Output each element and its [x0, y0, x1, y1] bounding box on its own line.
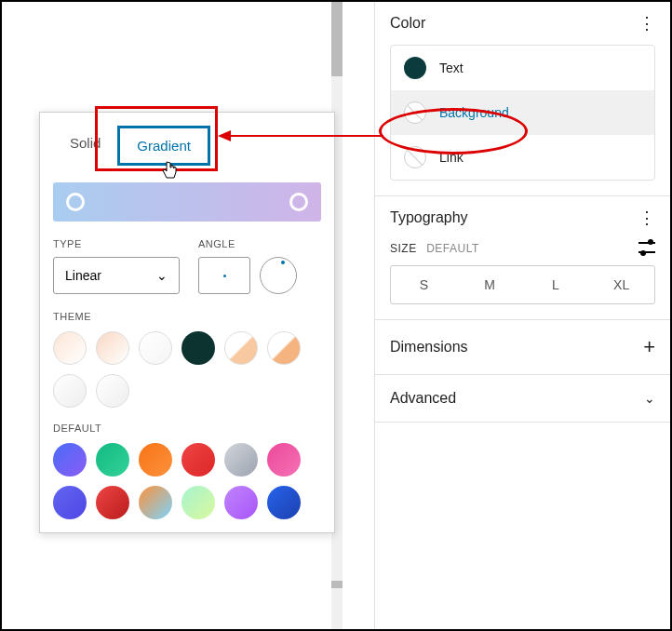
- size-button-group: S M L XL: [390, 265, 655, 304]
- color-options-icon[interactable]: ⋮: [638, 15, 655, 32]
- theme-swatch-3[interactable]: [139, 331, 172, 365]
- color-picker-popover: Solid Gradient TYPE Linear ⌄ ANGLE THEME: [39, 112, 335, 533]
- angle-dial[interactable]: [260, 257, 297, 294]
- dimensions-title: Dimensions: [390, 339, 468, 356]
- color-row-background[interactable]: Background: [391, 90, 654, 135]
- size-xl-button[interactable]: XL: [588, 266, 654, 303]
- gradient-preview-bar[interactable]: [53, 182, 321, 222]
- theme-swatch-6[interactable]: [267, 331, 301, 365]
- text-color-swatch: [404, 57, 426, 79]
- size-label: SIZE DEFAULT: [390, 239, 479, 256]
- default-swatch-grid: [53, 443, 321, 519]
- size-m-button[interactable]: M: [457, 266, 523, 303]
- typography-options-icon[interactable]: ⋮: [638, 209, 655, 226]
- default-swatch-8[interactable]: [96, 486, 129, 519]
- default-swatch-6[interactable]: [267, 443, 301, 477]
- plus-icon: +: [643, 335, 655, 359]
- default-swatch-7[interactable]: [53, 486, 87, 519]
- color-list: Text Background Link: [390, 45, 655, 181]
- default-swatch-2[interactable]: [96, 443, 129, 477]
- color-section-title: Color: [390, 15, 425, 32]
- gradient-handle-start[interactable]: [66, 193, 85, 211]
- color-row-text[interactable]: Text: [391, 46, 654, 90]
- gradient-type-value: Linear: [65, 268, 101, 283]
- default-swatch-9[interactable]: [139, 486, 172, 519]
- theme-swatch-1[interactable]: [53, 331, 87, 365]
- theme-swatch-2[interactable]: [96, 331, 129, 365]
- theme-swatch-grid: [53, 331, 321, 408]
- size-s-button[interactable]: S: [391, 266, 457, 303]
- typography-section-title: Typography: [390, 209, 468, 226]
- advanced-title: Advanced: [390, 390, 456, 407]
- tab-solid[interactable]: Solid: [53, 126, 117, 166]
- link-color-swatch: [404, 146, 426, 168]
- default-swatch-3[interactable]: [139, 443, 172, 477]
- default-label: DEFAULT: [53, 423, 321, 434]
- scrollbar-thumb-bottom[interactable]: [331, 581, 343, 588]
- color-section: Color ⋮ Text Background Link: [375, 2, 670, 196]
- theme-swatch-8[interactable]: [96, 374, 129, 408]
- gradient-handle-end[interactable]: [289, 193, 308, 211]
- theme-swatch-7[interactable]: [53, 374, 87, 408]
- dimensions-toggle[interactable]: Dimensions +: [375, 320, 670, 374]
- color-mode-tabs: Solid Gradient: [53, 126, 321, 166]
- angle-input[interactable]: [198, 257, 250, 294]
- default-swatch-5[interactable]: [224, 443, 258, 477]
- theme-swatch-4[interactable]: [181, 331, 215, 365]
- color-row-link[interactable]: Link: [391, 135, 654, 180]
- default-swatch-4[interactable]: [181, 443, 215, 477]
- default-swatch-12[interactable]: [267, 486, 301, 519]
- link-color-label: Link: [439, 150, 464, 165]
- scrollbar-thumb[interactable]: [331, 2, 343, 76]
- inspector-sidebar: Color ⋮ Text Background Link Typography …: [374, 2, 670, 629]
- size-l-button[interactable]: L: [523, 266, 589, 303]
- advanced-toggle[interactable]: Advanced ⌄: [375, 375, 670, 422]
- background-color-label: Background: [439, 105, 509, 120]
- chevron-down-icon: ⌄: [156, 268, 168, 283]
- text-color-label: Text: [439, 60, 464, 75]
- chevron-down-icon: ⌄: [644, 391, 655, 406]
- theme-swatch-5[interactable]: [224, 331, 258, 365]
- angle-label: ANGLE: [198, 238, 297, 249]
- gradient-type-select[interactable]: Linear ⌄: [53, 257, 180, 294]
- type-label: TYPE: [53, 238, 180, 249]
- background-color-swatch: [404, 101, 426, 124]
- default-swatch-10[interactable]: [181, 486, 215, 519]
- theme-label: THEME: [53, 311, 321, 322]
- typography-section: Typography ⋮ SIZE DEFAULT S M L XL: [375, 196, 670, 320]
- tab-gradient[interactable]: Gradient: [117, 126, 210, 166]
- advanced-section: Advanced ⌄: [375, 375, 670, 423]
- dimensions-section: Dimensions +: [375, 320, 670, 375]
- default-swatch-1[interactable]: [53, 443, 87, 477]
- default-swatch-11[interactable]: [224, 486, 258, 519]
- size-settings-icon[interactable]: [638, 239, 655, 256]
